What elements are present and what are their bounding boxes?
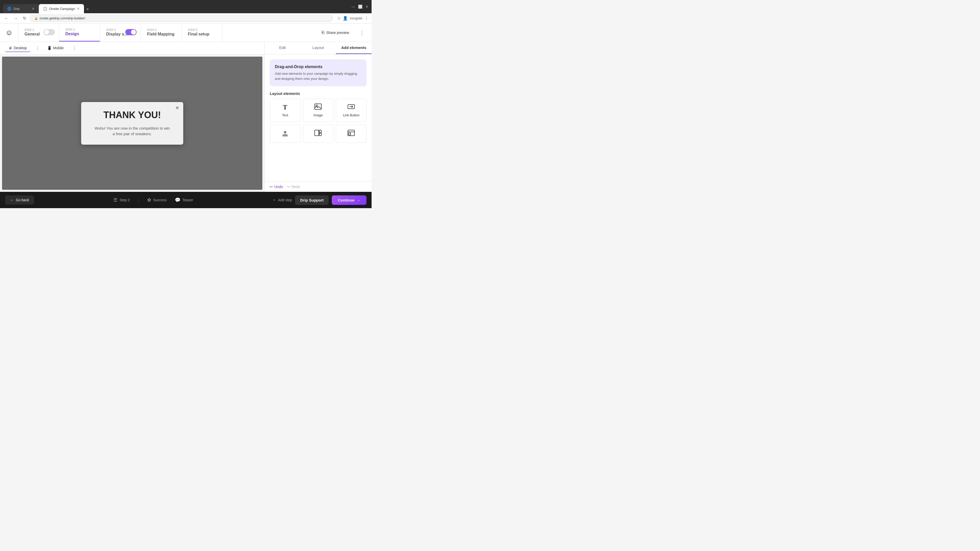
desktop-label: Desktop [14,46,27,50]
add-step-label: Add step [278,198,292,202]
canvas-toolbar: 🖥 Desktop ⋮ 📱 Mobile ⋮ [0,42,264,55]
popup-body: Wuhu! You are now in the competition to … [91,125,173,137]
success-icon: ✿ [147,197,151,203]
window-minimize[interactable]: — [352,5,355,9]
tab-onsite[interactable]: 📋 Onsite Campaign ✕ [39,4,84,13]
main-content: 🖥 Desktop ⋮ 📱 Mobile ⋮ ✕ THANK YOU! Wuhu… [0,42,372,192]
step1-toggle[interactable] [44,29,55,36]
app-container: ☺ STEP 1 General STEP 2 Design STEP 3 Di… [0,24,372,208]
step4-label: Field Mapping [147,32,175,37]
popup-close-button[interactable]: ✕ [175,105,179,111]
browser-actions: ☆ 👤 Incognito ⋮ [337,16,369,21]
panel-bottom: ↩ Undo ↪ Redo [265,181,372,192]
teaser-icon: 💬 [175,197,180,203]
continue-button[interactable]: Continue → [332,195,366,205]
step1-item[interactable]: STEP 1 General [18,24,59,41]
desktop-view-button[interactable]: 🖥 Desktop [5,44,30,52]
step2-more-button[interactable]: ⋮ [135,197,143,203]
redo-button[interactable]: ↪ Redo [287,185,300,189]
link-button-label: Link Button [343,113,360,117]
redo-label: Redo [291,185,300,189]
mobile-view-button[interactable]: 📱 Mobile [44,44,67,52]
address-text: onsite.getdrip.com/drip-builder/ [40,16,85,20]
nav-back[interactable]: ← [3,15,10,22]
step3-toggle-switch[interactable] [125,29,137,35]
svg-rect-7 [315,130,319,136]
add-step-button[interactable]: ＋ Add step [272,198,292,202]
step1-toggle-switch[interactable] [44,29,55,35]
bottom-bar: ← Go back ☰ Step 2 ⋮ ✿ Success 💬 Teaser … [0,192,372,208]
mobile-label: Mobile [53,46,64,50]
step2-item[interactable]: STEP 2 Design [59,24,100,41]
bottom-steps: ☰ Step 2 ⋮ ✿ Success 💬 Teaser [36,195,270,205]
desktop-icon: 🖥 [9,46,12,50]
tab-drip-close[interactable]: ✕ [32,6,35,11]
steps-right: ⎗ Share preview ⋮ [312,24,372,41]
text-label: Text [282,113,288,117]
tab-drip[interactable]: 🌀 Drip ✕ [3,4,39,13]
link-button-element-card[interactable]: Link Button [336,99,366,122]
go-back-arrow-icon: ← [10,198,14,202]
popup-title: THANK YOU! [91,110,173,121]
tab-add-elements[interactable]: Add elements [336,42,372,54]
tab-edit[interactable]: Edit [265,42,301,54]
svg-rect-8 [319,130,321,133]
step1-toggle-knob [44,30,49,35]
text-icon: T [283,103,287,111]
address-bar[interactable]: 🔒 onsite.getdrip.com/drip-builder/ [30,14,333,22]
step3-item[interactable]: STEP 3 Display s... [100,24,141,41]
window-maximize[interactable]: ⬜ [358,5,363,9]
browser-chrome: 🌀 Drip ✕ 📋 Onsite Campaign ✕ + — ⬜ ✕ [0,0,372,13]
canvas-area: 🖥 Desktop ⋮ 📱 Mobile ⋮ ✕ THANK YOU! Wuhu… [0,42,264,192]
text-element-card[interactable]: T Text [270,99,301,122]
more-actions-icon[interactable]: ⋮ [364,16,369,21]
popup-body-line2: a free pair of sneakers. [113,132,151,136]
drip-support-button[interactable]: Drip Support [295,195,329,205]
new-tab-button[interactable]: + [84,5,91,13]
tab-drip-label: Drip [14,7,20,11]
window-close[interactable]: ✕ [366,5,369,9]
upload-element-card[interactable] [270,124,301,143]
step3-toggle[interactable] [125,29,137,36]
redo-icon: ↪ [287,185,290,189]
svg-rect-0 [315,104,321,110]
widget-element-card[interactable] [336,124,366,143]
bottom-step-teaser[interactable]: 💬 Teaser [171,195,197,205]
undo-button[interactable]: ↩ Undo [270,185,283,189]
image-element-card[interactable]: Image [303,99,334,122]
desktop-more-button[interactable]: ⋮ [33,44,41,52]
bottom-step2[interactable]: ☰ Step 2 [110,195,133,205]
bookmark-icon[interactable]: ☆ [337,16,341,21]
mobile-more-button[interactable]: ⋮ [70,44,79,52]
upload-icon [282,129,289,138]
step4-item[interactable]: STEP 4 Field Mapping [141,24,182,41]
step4-num: STEP 4 [147,29,175,32]
tab-onsite-close[interactable]: ✕ [77,6,80,11]
profile-icon[interactable]: 👤 [343,16,348,21]
go-back-button[interactable]: ← Go back [5,195,34,205]
layout-elements-label: Layout elements [270,91,366,96]
bottom-step-success[interactable]: ✿ Success [144,195,170,205]
svg-rect-12 [348,133,351,135]
drip-favicon: 🌀 [7,6,11,11]
dnd-title: Drag-and-Drop elements [275,65,361,69]
steps-bar: ☺ STEP 1 General STEP 2 Design STEP 3 Di… [0,24,372,42]
popup-preview: ✕ THANK YOU! Wuhu! You are now in the co… [81,102,183,144]
right-panel: Edit Layout Add elements Drag-and-Drop e… [264,42,372,192]
share-preview-button[interactable]: ⎗ Share preview [318,28,353,37]
nav-refresh[interactable]: ↻ [21,15,28,22]
browser-tabs: 🌀 Drip ✕ 📋 Onsite Campaign ✕ + [3,0,349,13]
success-label: Success [153,198,167,202]
image-icon [314,103,321,111]
go-back-label: Go back [16,198,29,202]
canvas-wrapper: ✕ THANK YOU! Wuhu! You are now in the co… [2,57,262,190]
nav-forward[interactable]: → [12,15,19,22]
header-more-button[interactable]: ⋮ [357,29,366,37]
step5-item[interactable]: STEP 5 Final setup [182,24,223,41]
panel-tabs: Edit Layout Add elements [265,42,372,54]
gallery-icon [314,130,321,138]
teaser-label: Teaser [183,198,193,202]
gallery-element-card[interactable] [303,124,334,143]
app-logo: ☺ [0,24,18,41]
tab-layout[interactable]: Layout [301,42,336,54]
